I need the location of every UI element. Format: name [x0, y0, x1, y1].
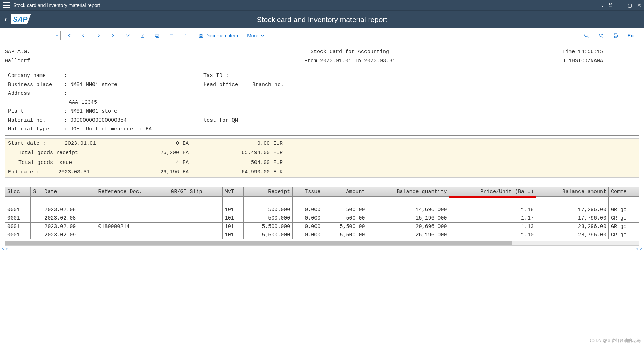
more-button[interactable]: More [244, 31, 269, 41]
prev-page-button[interactable] [77, 31, 90, 41]
head-office-label: Head office [203, 80, 252, 89]
col-issue[interactable]: Issue [293, 187, 323, 196]
next-page-button[interactable] [92, 31, 105, 41]
tax-id-label: Tax ID : [203, 71, 229, 80]
svg-point-7 [584, 34, 587, 36]
plant-label: Plant [8, 107, 64, 116]
data-table-wrap: SLoc S Date Reference Doc. GR/GI Slip Mv… [5, 187, 639, 239]
material-desc: test for QM [203, 116, 238, 125]
svg-rect-2 [155, 34, 158, 36]
back-button[interactable]: ‹ [4, 15, 7, 24]
total-receipt-label: Total goods receipt [8, 149, 127, 158]
toolbar: Document item More Exit [0, 28, 644, 43]
document-icon [198, 33, 204, 38]
company-name-label: Company name [8, 71, 64, 80]
table-header-row: SLoc S Date Reference Doc. GR/GI Slip Mv… [5, 187, 639, 196]
material-type-value: ROH [70, 126, 80, 132]
print-button[interactable] [609, 31, 622, 41]
page-title: Stock card and Inventory material report [257, 15, 387, 24]
close-icon[interactable]: ✕ [637, 2, 641, 8]
menu-icon[interactable] [3, 2, 10, 8]
branch-no-label: Branch no. [252, 80, 284, 89]
business-place-label: Business place [8, 80, 64, 89]
window-controls: ‹ — ▢ ✕ [601, 2, 641, 8]
col-balqty[interactable]: Balance quantity [367, 187, 449, 196]
end-date-label: End date : [8, 169, 39, 175]
exit-button[interactable]: Exit [624, 31, 639, 41]
document-item-button[interactable]: Document item [195, 31, 242, 41]
business-place-value: NM01 NM01 store [70, 82, 117, 88]
search-button[interactable] [580, 31, 593, 41]
col-mvt[interactable]: MvT [222, 187, 243, 196]
chevron-down-icon [260, 33, 265, 38]
total-issue-label: Total goods issue [8, 158, 127, 167]
prev-icon[interactable]: ‹ [601, 2, 603, 8]
sort-desc-button[interactable] [180, 31, 193, 41]
svg-point-8 [599, 34, 602, 36]
info-box: Company name : Tax ID : Business place :… [5, 70, 639, 136]
minimize-icon[interactable]: — [618, 2, 623, 8]
report-title: Stock Card for Accounting [138, 48, 562, 57]
chevron-down-icon [55, 34, 59, 38]
summary-block: Start date : 2023.01.01 0 EA 0.00 EUR To… [5, 138, 639, 178]
report-subtitle: From 2023.01.01 To 2023.03.31 [138, 57, 562, 66]
col-comment[interactable]: Comme [609, 187, 639, 196]
svg-rect-1 [156, 35, 159, 37]
col-amount[interactable]: Amount [323, 187, 367, 196]
document-item-label: Document item [205, 33, 238, 38]
filter-button[interactable] [121, 31, 134, 41]
col-s[interactable]: S [31, 187, 42, 196]
lock-icon[interactable] [608, 2, 613, 8]
window-titlebar: Stock card and Inventory material report… [0, 0, 644, 10]
svg-rect-6 [201, 36, 203, 37]
uom-label: Unit of measure [86, 126, 133, 132]
copy-button[interactable] [151, 31, 163, 41]
col-date[interactable]: Date [42, 187, 96, 196]
svg-rect-3 [199, 34, 201, 35]
window-title: Stock card and Inventory material report [13, 2, 601, 8]
address-line2: AAA 12345 [64, 98, 97, 107]
maximize-icon[interactable]: ▢ [628, 2, 632, 8]
report-header: SAP A.G. Walldorf Stock Card for Account… [5, 48, 639, 65]
app-header: ‹ SAP Stock card and Inventory material … [0, 10, 644, 28]
col-balamt[interactable]: Balance amount [536, 187, 608, 196]
last-page-button[interactable] [107, 31, 119, 41]
layout-select[interactable] [5, 31, 61, 40]
company-short: SAP A.G. [5, 48, 138, 57]
svg-rect-4 [201, 34, 203, 35]
table-row[interactable]: 00012023.02.08101500.0000.000500.0015,19… [5, 214, 639, 222]
col-sloc[interactable]: SLoc [5, 187, 31, 196]
sap-logo: SAP [11, 14, 31, 24]
table-row[interactable]: 00012023.02.0901800002141015,500.0000.00… [5, 222, 639, 231]
table-row[interactable]: 00012023.02.091015,500.0000.0005,500.002… [5, 231, 639, 239]
scroll-right-icon[interactable]: < > [636, 246, 642, 251]
svg-rect-9 [614, 34, 617, 35]
col-receipt[interactable]: Receipt [243, 187, 293, 196]
data-table: SLoc S Date Reference Doc. GR/GI Slip Mv… [5, 187, 639, 239]
sort-asc-button[interactable] [165, 31, 178, 41]
scroll-left-icon[interactable]: < > [2, 246, 8, 251]
col-grgi[interactable]: GR/GI Slip [169, 187, 222, 196]
scroll-indicators: < >< > [0, 246, 644, 252]
material-type-label: Material type [8, 125, 64, 134]
material-no-value: 000000000000000854 [70, 117, 127, 123]
col-priceunit[interactable]: Price/Unit (Bal.) [449, 187, 536, 196]
address-label: Address [8, 89, 64, 98]
table-row [5, 196, 639, 206]
sum-button[interactable] [136, 31, 149, 41]
first-page-button[interactable] [63, 31, 75, 41]
plant-value: NM01 NM01 store [70, 108, 117, 114]
uom-value: EA [146, 126, 152, 132]
svg-rect-5 [199, 36, 201, 37]
table-row[interactable]: 00012023.02.08101500.0000.000500.0014,69… [5, 206, 639, 214]
report-content: SAP A.G. Walldorf Stock Card for Account… [0, 43, 644, 179]
company-city: Walldorf [5, 57, 138, 66]
report-program: J_1HSTCD/NANA [562, 57, 639, 66]
report-time: Time 14:56:15 [562, 48, 639, 57]
more-label: More [247, 33, 258, 38]
search-next-button[interactable] [595, 31, 607, 41]
material-no-label: Material no. [8, 116, 64, 125]
horizontal-scrollbar[interactable] [5, 241, 639, 246]
svg-rect-0 [609, 5, 612, 7]
col-refdoc[interactable]: Reference Doc. [96, 187, 169, 196]
